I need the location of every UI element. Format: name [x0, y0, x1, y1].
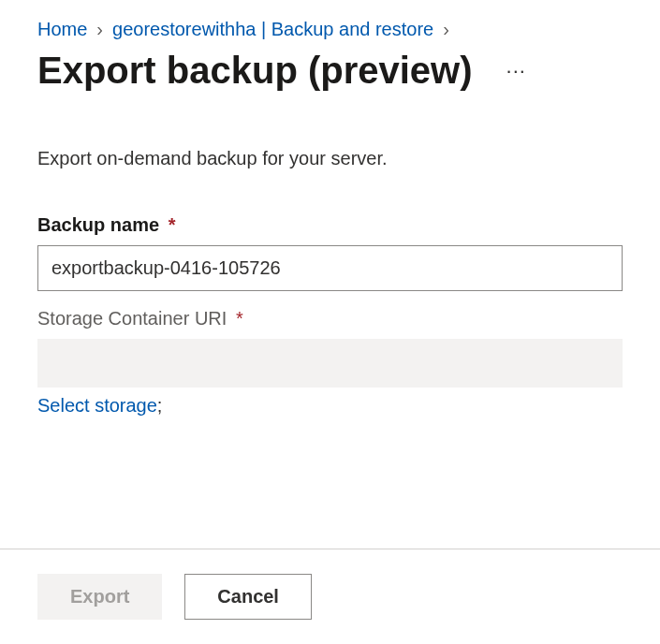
- backup-name-input[interactable]: [37, 245, 623, 291]
- storage-uri-label: Storage Container URI *: [37, 308, 623, 329]
- storage-uri-label-text: Storage Container URI: [37, 308, 227, 329]
- footer-actions: Export Cancel: [0, 549, 660, 644]
- cancel-button[interactable]: Cancel: [184, 574, 312, 620]
- chevron-right-icon: ›: [443, 19, 449, 40]
- more-actions-button[interactable]: ···: [499, 55, 534, 87]
- breadcrumb-home[interactable]: Home: [37, 19, 87, 40]
- backup-name-label-text: Backup name: [37, 214, 159, 235]
- required-indicator: *: [169, 214, 176, 235]
- required-indicator: *: [236, 308, 243, 329]
- storage-uri-input[interactable]: [37, 339, 623, 388]
- backup-name-label: Backup name *: [37, 214, 623, 236]
- select-storage-row: Select storage;: [37, 395, 623, 417]
- breadcrumb-resource[interactable]: georestorewithha | Backup and restore: [112, 19, 433, 40]
- page-description: Export on-demand backup for your server.: [37, 148, 623, 169]
- page-title: Export backup (preview): [37, 50, 473, 92]
- breadcrumb: Home › georestorewithha | Backup and res…: [37, 19, 623, 40]
- chevron-right-icon: ›: [96, 19, 103, 40]
- select-storage-link[interactable]: Select storage: [37, 395, 157, 416]
- export-button: Export: [37, 574, 162, 620]
- link-suffix: ;: [157, 395, 163, 416]
